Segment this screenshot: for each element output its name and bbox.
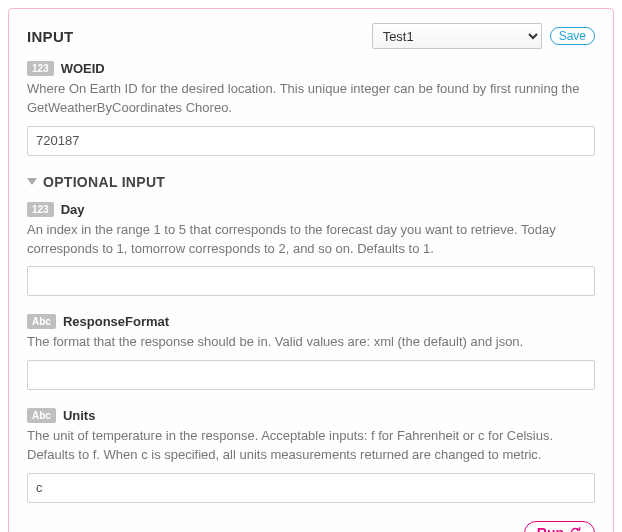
refresh-icon: [569, 526, 582, 532]
field-label-row: 123 WOEID: [27, 61, 595, 76]
header-controls: Test1 Save: [372, 23, 595, 49]
optional-title: OPTIONAL INPUT: [43, 174, 165, 190]
field-units: Abc Units The unit of temperature in the…: [27, 408, 595, 503]
woeid-input[interactable]: [27, 126, 595, 156]
field-label-row: Abc ResponseFormat: [27, 314, 595, 329]
field-description: Where On Earth ID for the desired locati…: [27, 80, 595, 118]
field-description: An index in the range 1 to 5 that corres…: [27, 221, 595, 259]
type-badge-string-icon: Abc: [27, 408, 56, 423]
input-panel: INPUT Test1 Save 123 WOEID Where On Eart…: [8, 8, 614, 532]
type-badge-integer-icon: 123: [27, 61, 54, 76]
units-input[interactable]: [27, 473, 595, 503]
field-label-row: 123 Day: [27, 202, 595, 217]
field-name: ResponseFormat: [63, 314, 169, 329]
field-description: The unit of temperature in the response.…: [27, 427, 595, 465]
optional-input-toggle[interactable]: OPTIONAL INPUT: [27, 174, 595, 190]
panel-footer: Run: [27, 521, 595, 532]
panel-title: INPUT: [27, 28, 74, 45]
field-label-row: Abc Units: [27, 408, 595, 423]
field-name: Day: [61, 202, 85, 217]
save-button[interactable]: Save: [550, 27, 595, 45]
type-badge-integer-icon: 123: [27, 202, 54, 217]
run-label: Run: [537, 525, 564, 532]
field-description: The format that the response should be i…: [27, 333, 595, 352]
panel-header: INPUT Test1 Save: [27, 23, 595, 49]
field-name: Units: [63, 408, 96, 423]
chevron-down-icon: [27, 178, 37, 185]
field-day: 123 Day An index in the range 1 to 5 tha…: [27, 202, 595, 297]
type-badge-string-icon: Abc: [27, 314, 56, 329]
day-input[interactable]: [27, 266, 595, 296]
field-responseformat: Abc ResponseFormat The format that the r…: [27, 314, 595, 390]
field-woeid: 123 WOEID Where On Earth ID for the desi…: [27, 61, 595, 156]
profile-select[interactable]: Test1: [372, 23, 542, 49]
field-name: WOEID: [61, 61, 105, 76]
responseformat-input[interactable]: [27, 360, 595, 390]
run-button[interactable]: Run: [524, 521, 595, 532]
